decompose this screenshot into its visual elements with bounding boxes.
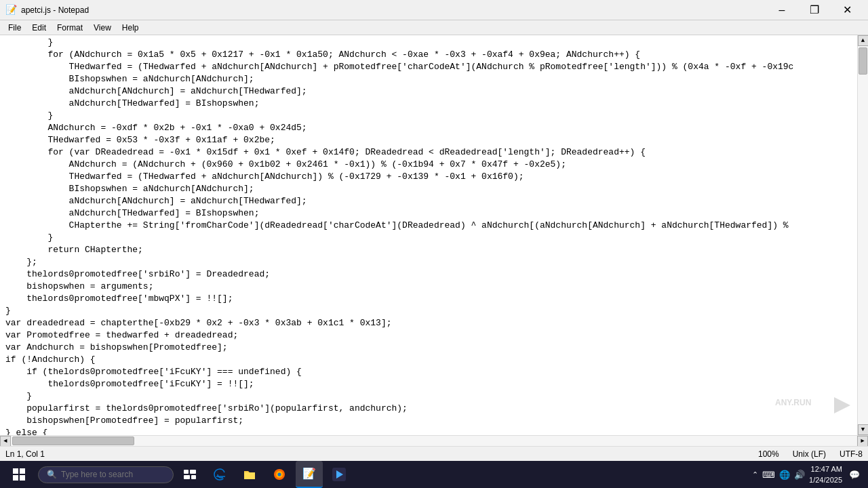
status-bar: Ln 1, Col 1 100% Unix (LF) UTF-8: [0, 446, 868, 461]
code-line: THedwarfed = (THedwarfed + aNdchurch[ANd…: [0, 61, 857, 73]
taskbar: 🔍: [0, 461, 868, 488]
vertical-scrollbar[interactable]: ▲ ▼: [857, 35, 868, 435]
code-line: }: [0, 110, 857, 122]
restore-button[interactable]: ❐: [799, 0, 830, 20]
menu-format[interactable]: Format: [52, 20, 88, 35]
menu-file[interactable]: File: [3, 20, 26, 35]
code-line: BIshopswhen = aNdchurch[ANdchurch];: [0, 183, 857, 195]
code-line: }: [0, 390, 857, 403]
taskbar-search[interactable]: 🔍: [38, 466, 174, 483]
zoom-level: 100%: [758, 449, 779, 459]
chevron-up-icon[interactable]: ⌃: [752, 470, 758, 479]
code-line: thelords0promotedfree['srbiRo'] = Dreade…: [0, 268, 857, 281]
svg-rect-4: [13, 475, 18, 481]
code-line: }: [0, 37, 857, 49]
scroll-right-button[interactable]: ►: [857, 436, 868, 447]
hscroll-track[interactable]: [11, 436, 857, 446]
task-view-button[interactable]: [176, 461, 203, 488]
code-line: var dreadedread = chapterthe[-0xb29 * 0x…: [0, 317, 857, 329]
code-line: CHapterthe += String['fromCharCode'](dRe…: [0, 220, 857, 232]
search-icon: 🔍: [47, 470, 57, 480]
code-line: thelords0promotedfree['iFcuKY'] = !![];: [0, 378, 857, 390]
scroll-thumb[interactable]: [859, 47, 867, 75]
file-explorer-icon[interactable]: [236, 461, 263, 488]
code-line: }: [0, 305, 857, 317]
system-tray: ⌃ ⌨ 🌐 🔊 12:47 AM 1/24/2025 💬: [747, 464, 865, 485]
hscroll-thumb[interactable]: [12, 436, 134, 445]
code-line: THedwarfed = 0x53 * -0x3f + 0x11af + 0x2…: [0, 134, 857, 146]
horizontal-scrollbar[interactable]: ◄ ►: [0, 435, 868, 446]
svg-rect-8: [184, 475, 190, 479]
code-line: };: [0, 256, 857, 268]
notepad-taskbar-icon[interactable]: 📝: [296, 461, 323, 488]
svg-point-12: [278, 473, 281, 476]
code-line: var Andchurch = bishopswhen[Promotedfree…: [0, 342, 857, 354]
volume-icon[interactable]: 🔊: [794, 470, 805, 480]
editor-container: } for (ANdchurch = 0x1a5 * 0x5 + 0x1217 …: [0, 35, 868, 435]
notification-icon[interactable]: 💬: [849, 470, 860, 480]
time-display[interactable]: 12:47 AM 1/24/2025: [809, 464, 842, 485]
code-line: aNdchurch[THedwarfed] = BIshopswhen;: [0, 98, 857, 110]
code-line: for (var DReadedread = -0x1 * 0x15df + 0…: [0, 146, 857, 159]
minimize-button[interactable]: –: [766, 0, 797, 20]
code-line: bishopswhen[Promotedfree] = popularfirst…: [0, 415, 857, 427]
close-button[interactable]: ✕: [831, 0, 863, 20]
cursor-position: Ln 1, Col 1: [5, 449, 45, 459]
menu-view[interactable]: View: [88, 20, 117, 35]
title-bar: 📝 apetci.js - Notepad – ❐ ✕: [0, 0, 868, 20]
menu-help[interactable]: Help: [117, 20, 144, 35]
code-line: if (thelords0promotedfree['iFcuKY'] === …: [0, 366, 857, 378]
svg-rect-5: [20, 475, 25, 481]
svg-rect-6: [184, 470, 189, 474]
code-line: var Promotedfree = thedwarfed + dreadedr…: [0, 329, 857, 342]
code-line: popularfirst = thelords0promotedfree['sr…: [0, 403, 857, 415]
start-button[interactable]: [3, 461, 35, 488]
clock-time: 12:47 AM: [809, 464, 842, 474]
keyboard-icon[interactable]: ⌨: [762, 470, 775, 480]
search-input[interactable]: [61, 470, 156, 479]
code-line: BIshopswhen = aNdchurch[ANdchurch];: [0, 73, 857, 85]
scroll-left-button[interactable]: ◄: [0, 436, 11, 447]
code-line: THedwarfed = (THedwarfed + aNdchurch[ANd…: [0, 171, 857, 183]
taskbar-pinned-icons: 📝: [176, 461, 353, 488]
menu-bar: File Edit Format View Help: [0, 20, 868, 35]
svg-rect-3: [20, 468, 25, 474]
firefox-icon[interactable]: [266, 461, 293, 488]
code-line: aNdchurch[ANdchurch] = aNdchurch[THedwar…: [0, 195, 857, 207]
app-icon: 📝: [5, 4, 17, 16]
code-line: ANdchurch = -0xdf * 0x2b + -0x1 * -0xa0 …: [0, 122, 857, 134]
scroll-down-button[interactable]: ▼: [858, 424, 869, 435]
tray-icons: ⌃ ⌨ 🌐 🔊: [752, 470, 805, 480]
clock-date: 1/24/2025: [809, 474, 842, 485]
line-ending: Unix (LF): [793, 449, 826, 459]
code-line: ANdchurch = (ANdchurch + (0x960 + 0x1b02…: [0, 159, 857, 171]
scroll-up-button[interactable]: ▲: [858, 35, 869, 46]
scroll-track[interactable]: [858, 46, 868, 424]
editor-content[interactable]: } for (ANdchurch = 0x1a5 * 0x5 + 0x1217 …: [0, 35, 857, 435]
svg-rect-9: [191, 475, 196, 479]
svg-rect-2: [13, 468, 18, 474]
anyrun-taskbar-icon[interactable]: [326, 461, 353, 488]
edge-icon[interactable]: [206, 461, 233, 488]
encoding: UTF-8: [840, 449, 863, 459]
code-line: } else {: [0, 427, 857, 435]
network-icon[interactable]: 🌐: [779, 470, 790, 480]
code-line: for (ANdchurch = 0x1a5 * 0x5 + 0x1217 + …: [0, 49, 857, 61]
svg-rect-7: [190, 470, 196, 474]
menu-edit[interactable]: Edit: [26, 20, 52, 35]
window-controls: – ❐ ✕: [766, 0, 863, 20]
code-line: }: [0, 232, 857, 244]
code-line: if (!Andchurch) {: [0, 354, 857, 366]
code-line: aNdchurch[THedwarfed] = BIshopswhen;: [0, 207, 857, 220]
code-line: aNdchurch[ANdchurch] = aNdchurch[THedwar…: [0, 85, 857, 98]
code-line: return CHapterthe;: [0, 244, 857, 256]
code-line: thelords0promotedfree['mbwqPX'] = !![];: [0, 293, 857, 305]
window-title: apetci.js - Notepad: [21, 5, 766, 15]
code-line: bishopswhen = arguments;: [0, 281, 857, 293]
